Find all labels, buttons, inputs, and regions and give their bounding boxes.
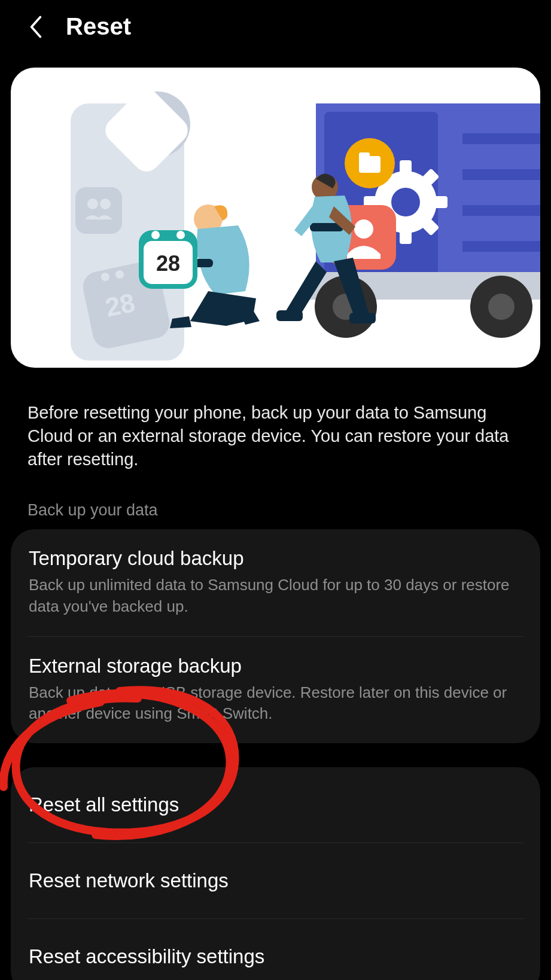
illustration-phone-calendar: 28 (103, 288, 138, 322)
svg-point-40 (354, 219, 373, 239)
svg-point-7 (101, 273, 109, 281)
backup-section-label: Back up your data (0, 471, 551, 529)
row-title: Temporary cloud backup (29, 547, 522, 570)
svg-rect-38 (359, 152, 370, 158)
reset-accessibility-settings-row[interactable]: Reset accessibility settings (28, 918, 523, 980)
svg-rect-18 (462, 169, 540, 180)
row-title: Reset accessibility settings (29, 945, 264, 967)
svg-rect-17 (462, 133, 540, 144)
svg-point-27 (391, 188, 420, 216)
svg-point-8 (115, 270, 124, 279)
row-title: Reset all settings (29, 793, 179, 816)
header: Reset (0, 0, 551, 52)
illustration-calendar: 28 (156, 251, 180, 276)
intro-text: Before resetting your phone, back up you… (0, 368, 551, 471)
row-title: External storage backup (29, 655, 522, 677)
svg-point-25 (488, 294, 515, 320)
hero-illustration: 28 28 (11, 68, 540, 368)
svg-rect-19 (462, 205, 540, 216)
row-subtitle: Back up data to a USB storage device. Re… (29, 682, 522, 724)
svg-point-4 (87, 199, 98, 209)
reset-card: Reset all settings Reset network setting… (11, 767, 540, 980)
svg-rect-44 (349, 313, 376, 323)
svg-rect-31 (434, 196, 448, 208)
reset-network-settings-row[interactable]: Reset network settings (28, 842, 523, 918)
svg-rect-20 (462, 241, 540, 252)
page-title: Reset (66, 13, 131, 40)
reset-all-settings-row[interactable]: Reset all settings (11, 767, 540, 842)
external-storage-backup-row[interactable]: External storage backup Back up data to … (28, 636, 523, 743)
svg-rect-29 (400, 231, 412, 244)
backup-card: Temporary cloud backup Back up unlimited… (11, 529, 540, 743)
row-title: Reset network settings (29, 869, 229, 892)
svg-rect-43 (276, 310, 303, 321)
svg-point-13 (151, 231, 160, 239)
svg-point-5 (100, 199, 111, 209)
svg-rect-28 (400, 160, 412, 173)
svg-rect-3 (75, 187, 122, 234)
svg-point-14 (176, 231, 185, 239)
svg-rect-37 (359, 156, 380, 173)
temporary-cloud-backup-row[interactable]: Temporary cloud backup Back up unlimited… (11, 529, 540, 636)
row-subtitle: Back up unlimited data to Samsung Cloud … (29, 575, 522, 616)
back-icon[interactable] (24, 15, 48, 39)
